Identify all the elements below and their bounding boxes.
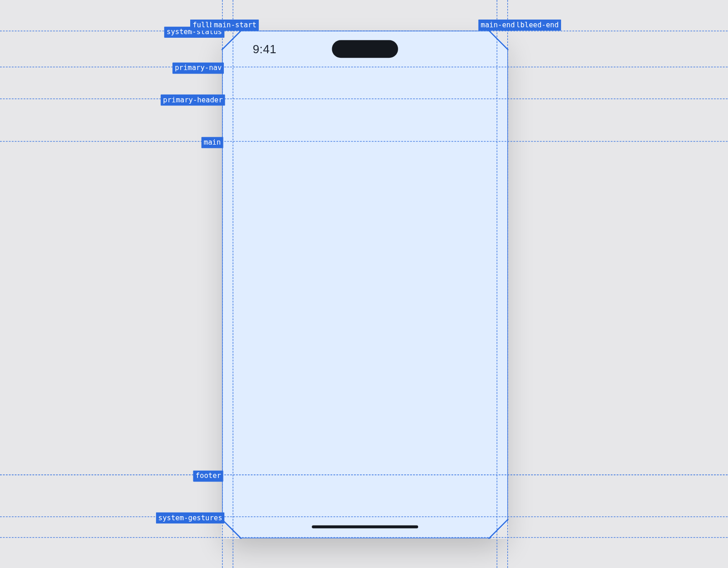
dynamic-island	[332, 40, 398, 58]
tag-system-status: system-status	[164, 26, 224, 38]
home-indicator	[312, 525, 418, 528]
tag-footer: footer	[193, 471, 223, 482]
tag-main-end: main-end	[478, 20, 517, 31]
status-bar-time: 9:41	[253, 42, 277, 56]
tag-main: main	[202, 137, 223, 148]
tag-fullbleed-end: fullbleed-end	[501, 20, 561, 31]
phone-frame: 9:41	[222, 30, 508, 538]
tag-system-gestures: system-gestures	[156, 513, 225, 524]
tag-primary-nav: primary-nav	[172, 63, 224, 74]
tag-primary-header: primary-header	[161, 95, 225, 106]
tag-fullbleed-start: fullbleed-start	[190, 20, 259, 31]
tag-main-start: main-start	[212, 20, 259, 31]
layout-grid-diagram: 9:41 fullbleed-startmain-startmain-endfu…	[0, 0, 728, 568]
